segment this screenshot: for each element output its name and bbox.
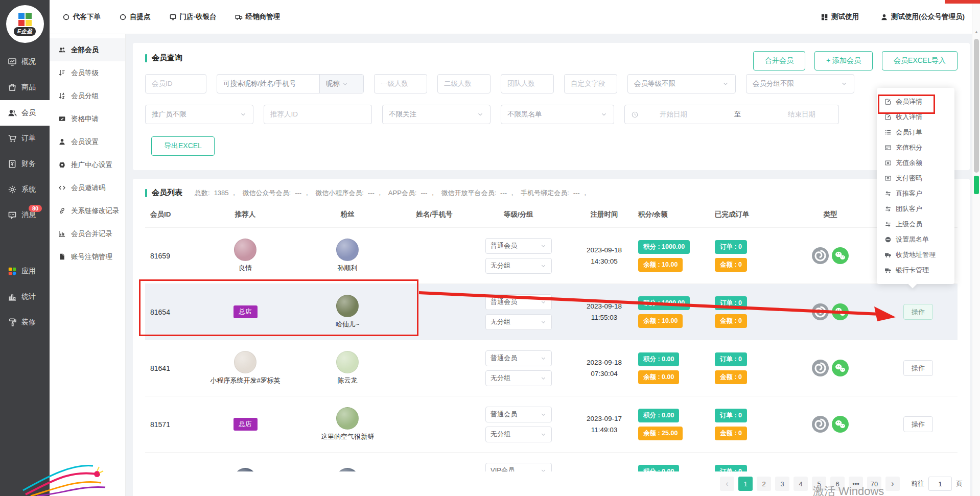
- context-menu-item-member-detail[interactable]: 会员详情: [877, 94, 954, 109]
- scrollbar-thumb[interactable]: [974, 39, 979, 173]
- folder-icon: [58, 115, 66, 123]
- row-action-context-menu: 会员详情 收入详情 会员订单 充值积分 充值余额 支付密码 直推客户 团队客户 …: [877, 88, 954, 284]
- points-badge: 积分 : 0.00: [638, 352, 679, 366]
- sidebar-item-system[interactable]: 系统: [0, 177, 50, 202]
- referrer-id-input[interactable]: 推荐人ID: [264, 105, 372, 124]
- avatar[interactable]: [336, 239, 359, 261]
- chevron-down-icon: [240, 111, 247, 118]
- sidebar-item-label: 订单: [21, 134, 36, 143]
- level1-count-input[interactable]: 一级人数: [374, 74, 427, 93]
- avatar[interactable]: [336, 407, 359, 430]
- context-menu-item-recharge-points[interactable]: 充值积分: [877, 140, 954, 155]
- group-select[interactable]: 无分组: [485, 314, 552, 330]
- submenu-item-merge-log[interactable]: 会员合并记录: [50, 222, 125, 245]
- member-id-input[interactable]: 会员ID: [145, 74, 206, 93]
- context-menu-item-blacklist[interactable]: 设置黑名单: [877, 232, 954, 247]
- group-select[interactable]: 无分组: [485, 258, 552, 274]
- keyword-type-select[interactable]: 昵称: [319, 75, 363, 93]
- page-button-4[interactable]: 4: [794, 477, 808, 491]
- context-menu-item-recharge-balance[interactable]: 充值余额: [877, 155, 954, 171]
- topnav-item-store-pos[interactable]: 门店-收银台: [169, 12, 217, 21]
- submenu-item-label: 关系链修改记录: [71, 206, 120, 216]
- submenu-item-invite-code[interactable]: 会员邀请码: [50, 176, 125, 199]
- level-select[interactable]: 普通会员: [485, 294, 552, 310]
- context-menu-item-bankcard-manage[interactable]: 银行卡管理: [877, 263, 954, 278]
- page-button-70[interactable]: 70: [867, 477, 881, 491]
- submenu-item-promotion-center[interactable]: 推广中心设置: [50, 153, 125, 176]
- level-select[interactable]: 普通会员: [485, 350, 552, 366]
- topnav-right-test-user[interactable]: 测试使用(公众号管理员): [880, 12, 965, 21]
- promoter-filter-select[interactable]: 推广员不限: [145, 105, 253, 124]
- scrollbar-up-icon[interactable]: ▲: [974, 30, 978, 34]
- sidebar-item-apps[interactable]: 应用: [0, 258, 50, 284]
- submenu-item-member-level[interactable]: 会员等级: [50, 61, 125, 84]
- sidebar-item-goods[interactable]: 商品: [0, 75, 50, 100]
- level2-count-input[interactable]: 二级人数: [437, 74, 491, 93]
- points-balance-cell: 积分 : 0.00 余额 : 25.00: [631, 409, 708, 440]
- level-select[interactable]: 普通会员: [485, 238, 552, 254]
- keyword-input[interactable]: 可搜索昵称/姓名/手机号: [217, 75, 319, 93]
- submenu-item-account-cancel[interactable]: 账号注销管理: [50, 245, 125, 268]
- avatar[interactable]: [234, 239, 256, 261]
- sidebar-item-decorate[interactable]: 装修: [0, 310, 50, 335]
- row-action-button[interactable]: 操作: [903, 416, 933, 432]
- sidebar-item-finance[interactable]: 财务: [0, 151, 50, 177]
- add-member-button[interactable]: + 添加会员: [814, 51, 873, 70]
- brand-logo: E企盈: [6, 5, 44, 43]
- blacklist-filter-select[interactable]: 不限黑名单: [501, 105, 614, 124]
- topnav-right-test-app[interactable]: 测试使用: [821, 12, 859, 21]
- sidebar-item-order[interactable]: 订单: [0, 126, 50, 151]
- stat-item: 总数:1385，: [190, 189, 238, 197]
- group-select[interactable]: 无分组: [485, 370, 552, 386]
- submenu-item-all-members[interactable]: 全部会员: [50, 38, 125, 61]
- topnav-item-pickup-point[interactable]: 自提点: [119, 12, 151, 21]
- team-count-input[interactable]: 团队人数: [501, 74, 554, 93]
- submenu-item-member-settings[interactable]: 会员设置: [50, 130, 125, 153]
- group-select[interactable]: 无分组: [485, 427, 552, 442]
- page-button-5[interactable]: 5: [812, 477, 826, 491]
- avatar[interactable]: [336, 351, 359, 373]
- goto-page-input[interactable]: 1: [928, 477, 952, 491]
- avatar[interactable]: [234, 351, 256, 373]
- context-menu-item-team-customers[interactable]: 团队客户: [877, 201, 954, 217]
- topnav-item-proxy-order[interactable]: 代客下单: [62, 12, 101, 21]
- row-action-button[interactable]: 操作: [903, 360, 933, 376]
- context-menu-item-member-orders[interactable]: 会员订单: [877, 125, 954, 140]
- register-time: 2023-09-1814:30:05: [577, 245, 631, 267]
- page-button-•••[interactable]: •••: [849, 477, 863, 491]
- prev-page-button[interactable]: ‹: [720, 477, 734, 491]
- excel-import-button[interactable]: 会员EXCEL导入: [882, 51, 958, 70]
- page-button-2[interactable]: 2: [757, 477, 771, 491]
- submenu-item-member-group[interactable]: 会员分组: [50, 84, 125, 107]
- sidebar-item-stats[interactable]: 统计: [0, 284, 50, 310]
- avatar[interactable]: [336, 295, 359, 317]
- member-group-filter-select[interactable]: 会员分组不限: [746, 74, 854, 93]
- merge-member-button[interactable]: 合并会员: [753, 51, 805, 70]
- sidebar-item-member[interactable]: 会员: [0, 100, 50, 126]
- context-menu-item-direct-customers[interactable]: 直推客户: [877, 186, 954, 201]
- submenu-item-qualification[interactable]: 资格申请: [50, 107, 125, 130]
- scrollbar-green-marker: [974, 176, 979, 194]
- follow-filter-select[interactable]: 不限关注: [382, 105, 491, 124]
- page-button-6[interactable]: 6: [830, 477, 845, 491]
- context-menu-item-income-detail[interactable]: 收入详情: [877, 109, 954, 125]
- topnav-item-distributor-manage[interactable]: 经销商管理: [235, 12, 281, 21]
- context-menu-item-pay-password[interactable]: 支付密码: [877, 171, 954, 186]
- vertical-scrollbar[interactable]: ▲: [972, 0, 980, 496]
- page-button-1[interactable]: 1: [738, 477, 753, 491]
- store-badge: 总店: [234, 418, 258, 431]
- export-excel-button[interactable]: 导出EXCEL: [151, 136, 215, 156]
- next-page-button[interactable]: ›: [885, 477, 900, 491]
- custom-field-input[interactable]: 自定义字段: [564, 74, 617, 93]
- context-menu-item-upline-member[interactable]: 上级会员: [877, 217, 954, 232]
- brand-name: E企盈: [14, 27, 36, 36]
- sidebar-item-message[interactable]: 消息 80: [0, 202, 50, 228]
- context-menu-item-address-manage[interactable]: 收货地址管理: [877, 247, 954, 263]
- sidebar-item-overview[interactable]: 概况: [0, 49, 50, 75]
- row-action-button[interactable]: 操作: [903, 304, 933, 320]
- date-range-picker[interactable]: 开始日期 至 结束日期: [624, 105, 839, 124]
- member-level-filter-select[interactable]: 会员等级不限: [627, 74, 736, 93]
- submenu-item-relation-log[interactable]: 关系链修改记录: [50, 199, 125, 222]
- level-select[interactable]: 普通会员: [485, 407, 552, 422]
- page-button-3[interactable]: 3: [775, 477, 789, 491]
